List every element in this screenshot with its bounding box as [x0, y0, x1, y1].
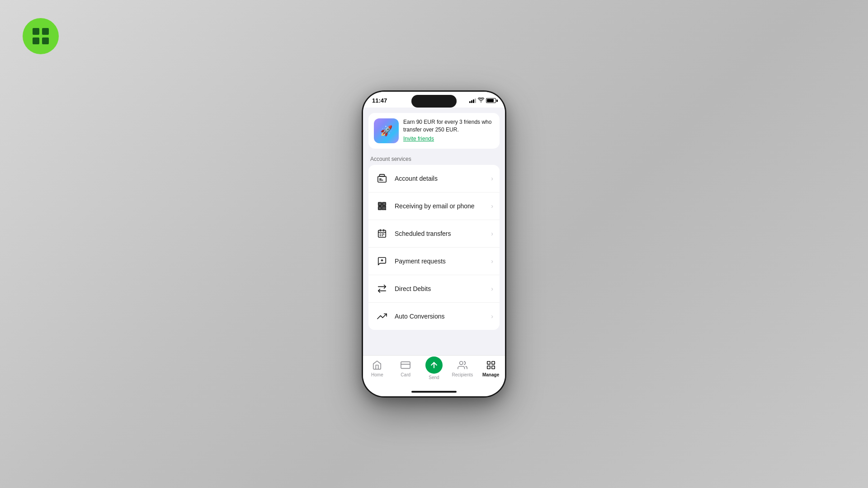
card-nav-icon — [400, 359, 411, 371]
svg-rect-34 — [487, 366, 490, 369]
svg-rect-2 — [33, 38, 39, 44]
menu-list: Account details › — [368, 165, 500, 330]
menu-item-payment-requests[interactable]: Payment requests › — [368, 248, 500, 275]
promo-emoji: 🚀 — [380, 125, 392, 137]
receiving-email-chevron: › — [491, 202, 493, 210]
section-header: Account services — [363, 152, 505, 165]
scheduled-transfers-chevron: › — [491, 230, 493, 237]
menu-item-receiving-email[interactable]: Receiving by email or phone › — [368, 192, 500, 220]
nav-item-send[interactable]: Send — [420, 359, 448, 380]
status-time: 11:47 — [372, 97, 387, 104]
promo-image: 🚀 — [374, 118, 399, 143]
home-nav-icon — [371, 359, 383, 371]
svg-rect-4 — [378, 176, 386, 182]
battery-icon — [486, 98, 496, 103]
svg-rect-15 — [385, 206, 386, 208]
menu-item-auto-conversions[interactable]: Auto Conversions › — [368, 303, 500, 330]
direct-debits-icon — [375, 282, 389, 296]
menu-item-scheduled-transfers[interactable]: Scheduled transfers › — [368, 220, 500, 248]
direct-debits-label: Direct Debits — [395, 285, 486, 292]
home-indicator — [363, 387, 505, 396]
payment-requests-chevron: › — [491, 258, 493, 265]
menu-item-direct-debits[interactable]: Direct Debits › — [368, 275, 500, 303]
receiving-email-label: Receiving by email or phone — [395, 202, 486, 210]
wifi-icon — [478, 98, 484, 103]
svg-rect-17 — [385, 209, 386, 210]
manage-nav-icon — [485, 359, 497, 371]
svg-rect-32 — [487, 361, 490, 364]
svg-rect-35 — [491, 366, 494, 369]
home-bar — [411, 391, 457, 393]
svg-rect-1 — [42, 28, 49, 35]
nav-item-manage[interactable]: Manage — [476, 359, 505, 380]
manage-nav-label: Manage — [482, 372, 499, 377]
corner-grid-icon[interactable] — [23, 18, 59, 54]
send-nav-icon — [425, 357, 443, 374]
direct-debits-chevron: › — [491, 285, 493, 292]
auto-conversions-label: Auto Conversions — [395, 313, 486, 320]
auto-conversions-icon — [375, 309, 389, 324]
svg-rect-11 — [379, 203, 381, 205]
svg-rect-13 — [383, 203, 385, 205]
svg-rect-3 — [42, 38, 49, 44]
phone-frame: 11:47 — [362, 90, 506, 398]
account-details-chevron: › — [491, 175, 493, 182]
phone-screen: 11:47 — [363, 92, 505, 396]
nav-item-card[interactable]: Card — [392, 359, 420, 380]
account-details-icon — [375, 171, 389, 186]
receiving-email-icon — [375, 199, 389, 213]
payment-requests-icon — [375, 254, 389, 268]
svg-point-31 — [459, 361, 462, 365]
promo-text-content: Earn 90 EUR for every 3 friends who tran… — [403, 118, 494, 142]
scheduled-transfers-label: Scheduled transfers — [395, 230, 486, 237]
nav-item-recipients[interactable]: Recipients — [448, 359, 476, 380]
signal-icon — [469, 99, 476, 103]
svg-rect-12 — [379, 207, 381, 209]
bottom-nav: Home Card — [363, 355, 505, 387]
svg-rect-16 — [382, 209, 384, 210]
promo-title: Earn 90 EUR for every 3 friends who tran… — [403, 118, 494, 134]
svg-rect-33 — [491, 361, 494, 364]
scheduled-transfers-icon — [375, 226, 389, 241]
svg-rect-0 — [33, 28, 39, 35]
home-nav-label: Home — [371, 372, 383, 377]
recipients-nav-label: Recipients — [452, 372, 473, 377]
main-content: 🚀 Earn 90 EUR for every 3 friends who tr… — [363, 108, 505, 355]
promo-banner[interactable]: 🚀 Earn 90 EUR for every 3 friends who tr… — [368, 113, 500, 149]
auto-conversions-chevron: › — [491, 313, 493, 320]
status-icons — [469, 98, 496, 103]
promo-invite-link[interactable]: Invite friends — [403, 136, 494, 142]
svg-rect-28 — [401, 362, 410, 369]
nav-item-home[interactable]: Home — [363, 359, 392, 380]
menu-item-account-details[interactable]: Account details › — [368, 165, 500, 192]
send-nav-label: Send — [429, 375, 439, 380]
account-details-label: Account details — [395, 175, 486, 182]
recipients-nav-icon — [457, 359, 468, 371]
dynamic-island — [411, 95, 457, 108]
payment-requests-label: Payment requests — [395, 258, 486, 265]
svg-rect-14 — [382, 206, 384, 208]
card-nav-label: Card — [401, 372, 410, 377]
